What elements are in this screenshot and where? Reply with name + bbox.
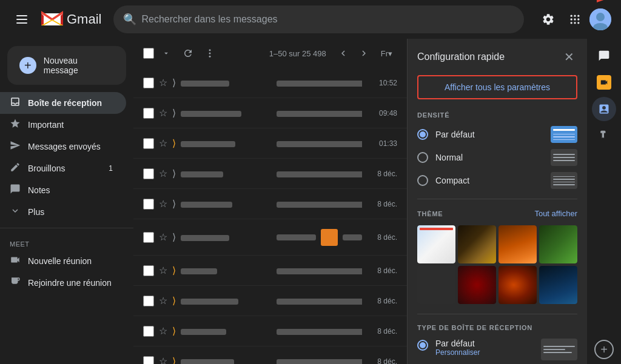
select-dropdown-btn[interactable] bbox=[156, 44, 176, 63]
inbox-option-default[interactable]: Par défaut Personnaliser bbox=[417, 339, 577, 360]
sidebar-item-inbox[interactable]: Boîte de réception bbox=[0, 92, 126, 114]
next-page-btn[interactable] bbox=[354, 44, 374, 63]
email-checkbox[interactable] bbox=[143, 78, 154, 88]
theme-all-btn[interactable]: Tout afficher bbox=[534, 209, 577, 218]
density-icon-default bbox=[551, 126, 577, 143]
density-theme-divider bbox=[417, 199, 577, 199]
theme-thumb-3[interactable] bbox=[498, 225, 537, 263]
star-icon[interactable]: ☆ bbox=[159, 356, 167, 364]
table-row[interactable]: ☆ ⟩ 09:48 bbox=[133, 98, 407, 128]
sort-btn[interactable]: Fr▾ bbox=[376, 47, 397, 61]
prev-page-btn[interactable] bbox=[334, 44, 353, 63]
apps-icon-btn[interactable] bbox=[563, 7, 587, 31]
refresh-btn[interactable] bbox=[178, 44, 198, 63]
table-row[interactable]: ☆ ⟩ 01:33 bbox=[133, 128, 407, 159]
email-checkbox[interactable] bbox=[143, 232, 154, 243]
density-radio-compact[interactable] bbox=[417, 175, 428, 186]
inbox-radio-default[interactable] bbox=[417, 340, 428, 351]
settings-icon-btn[interactable] bbox=[536, 7, 560, 31]
star-icon[interactable]: ☆ bbox=[159, 295, 167, 306]
svg-point-20 bbox=[209, 56, 211, 58]
email-checkbox[interactable] bbox=[143, 168, 154, 179]
sidebar-item-more[interactable]: Plus bbox=[0, 201, 126, 223]
inbox-type-section-label: TYPE DE BOÎTE DE RÉCEPTION bbox=[417, 324, 577, 331]
topbar-right bbox=[536, 7, 611, 31]
svg-rect-1 bbox=[16, 19, 27, 20]
sidebar-item-sent[interactable]: Messages envoyés bbox=[0, 136, 126, 157]
compose-button[interactable]: + Nouveau message bbox=[7, 46, 126, 85]
star-icon[interactable]: ☆ bbox=[159, 198, 167, 210]
theme-thumb-4[interactable] bbox=[539, 225, 577, 263]
density-radio-normal[interactable] bbox=[417, 152, 428, 163]
table-row[interactable]: ☆ ⟩ 8 déc. bbox=[133, 189, 407, 219]
main-layout: + Nouveau message Boîte de réception Imp… bbox=[0, 39, 621, 364]
drafts-badge: 1 bbox=[105, 164, 116, 173]
right-meet-btn[interactable] bbox=[592, 70, 616, 94]
table-row[interactable]: ☆ ⟩ 8 déc. bbox=[133, 316, 407, 346]
table-row[interactable]: ☆ ⟩ 8 déc. bbox=[133, 286, 407, 316]
right-icons-bar: + bbox=[587, 39, 621, 364]
email-checkbox[interactable] bbox=[143, 108, 154, 119]
inbox-option-sub-default[interactable]: Personnaliser bbox=[435, 348, 534, 357]
theme-thumb-6[interactable] bbox=[458, 266, 496, 304]
table-row[interactable]: ☆ ⟩ 8 déc. bbox=[133, 159, 407, 189]
right-keep-btn[interactable] bbox=[592, 124, 616, 148]
inbox-icon bbox=[10, 96, 21, 110]
table-row[interactable]: ☆ ⟩ 8 déc. bbox=[133, 256, 407, 286]
theme-thumb-7[interactable] bbox=[498, 266, 537, 304]
sidebar-notes-label: Notes bbox=[28, 185, 116, 195]
star-icon[interactable]: ☆ bbox=[159, 168, 167, 179]
search-bar[interactable]: 🔍 bbox=[113, 5, 524, 33]
right-add-btn[interactable]: + bbox=[594, 340, 614, 359]
theme-thumb-5[interactable] bbox=[417, 266, 455, 304]
toolbar-nav bbox=[334, 44, 374, 63]
menu-icon[interactable] bbox=[10, 7, 34, 31]
density-option-normal[interactable]: Normal bbox=[417, 149, 577, 166]
sent-icon bbox=[10, 140, 21, 154]
gmail-title: Gmail bbox=[67, 12, 101, 27]
star-icon[interactable]: ☆ bbox=[159, 137, 167, 149]
email-checkbox[interactable] bbox=[143, 199, 154, 210]
sidebar-more-label: Plus bbox=[28, 207, 116, 217]
right-tasks-btn[interactable] bbox=[592, 97, 616, 121]
all-settings-button[interactable]: Afficher tous les paramètres bbox=[417, 75, 577, 99]
table-row[interactable]: ☆ ⟩ 10:52 bbox=[133, 68, 407, 98]
sidebar-item-important[interactable]: Important bbox=[0, 114, 126, 136]
email-time: 10:52 bbox=[367, 79, 397, 87]
sidebar-item-new-meeting[interactable]: Nouvelle réunion bbox=[0, 250, 126, 272]
avatar[interactable] bbox=[589, 8, 611, 30]
email-checkbox[interactable] bbox=[143, 326, 154, 337]
email-checkbox[interactable] bbox=[143, 138, 154, 149]
select-all-checkbox[interactable] bbox=[143, 48, 154, 59]
email-checkbox[interactable] bbox=[143, 296, 154, 306]
svg-point-7 bbox=[574, 15, 576, 17]
more-options-btn[interactable] bbox=[200, 44, 220, 63]
density-radio-default[interactable] bbox=[417, 129, 428, 140]
star-icon[interactable]: ☆ bbox=[159, 107, 167, 119]
meet-icon bbox=[597, 75, 611, 90]
star-icon[interactable]: ☆ bbox=[159, 265, 167, 276]
email-checkbox[interactable] bbox=[143, 265, 154, 276]
star-icon[interactable]: ☆ bbox=[159, 77, 167, 88]
forward-icon: ⟩ bbox=[172, 356, 176, 364]
right-chat-btn[interactable] bbox=[592, 44, 616, 68]
sidebar-item-drafts[interactable]: Brouillons 1 bbox=[0, 157, 126, 179]
table-row[interactable]: ☆ ⟩ 8 déc. bbox=[133, 219, 407, 256]
star-icon[interactable]: ☆ bbox=[159, 231, 167, 243]
table-row[interactable]: ☆ ⟩ 8 déc. bbox=[133, 346, 407, 364]
density-option-default[interactable]: Par défaut bbox=[417, 126, 577, 143]
star-icon[interactable]: ☆ bbox=[159, 325, 167, 337]
theme-thumb-2[interactable] bbox=[458, 225, 496, 263]
theme-thumb-1[interactable] bbox=[417, 225, 455, 263]
forward-icon: ⟩ bbox=[172, 77, 176, 88]
sidebar-item-join-meeting[interactable]: Rejoindre une réunion bbox=[0, 272, 126, 294]
theme-thumb-8[interactable] bbox=[539, 266, 577, 304]
sidebar-inbox-label: Boîte de réception bbox=[28, 98, 116, 108]
email-checkbox[interactable] bbox=[143, 356, 154, 365]
density-option-compact[interactable]: Compact bbox=[417, 172, 577, 189]
sidebar-item-notes[interactable]: Notes bbox=[0, 179, 126, 201]
svg-point-16 bbox=[596, 13, 605, 21]
meet-section-label: Meet bbox=[0, 233, 133, 250]
search-input[interactable] bbox=[141, 14, 514, 25]
qs-close-btn[interactable]: ✕ bbox=[560, 48, 577, 65]
